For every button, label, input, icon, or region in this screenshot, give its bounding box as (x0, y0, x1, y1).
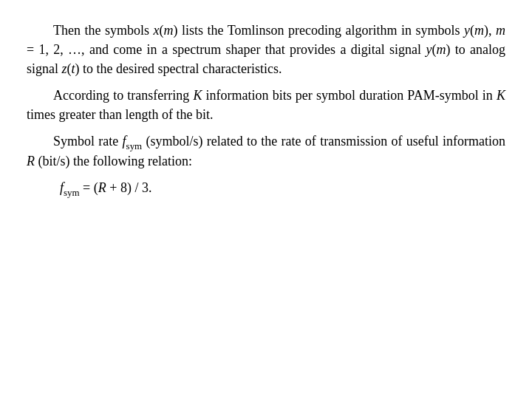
main-content: Then the symbols x(m) lists the Tomlinso… (15, 0, 517, 212)
formula-line: fsym = (R + 8) / 3. (60, 178, 505, 197)
paragraph-1: Then the symbols x(m) lists the Tomlinso… (27, 21, 505, 78)
paragraph-2: According to transferring K information … (27, 86, 505, 124)
paragraph-3: Symbol rate fsym (symbol/s) related to t… (27, 132, 505, 170)
